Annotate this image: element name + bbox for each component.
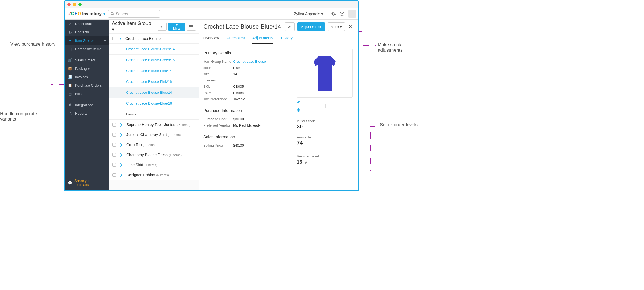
field-row: UOM Pieces [203, 90, 291, 96]
sidebar-item-invoices[interactable]: 🧾Invoices [65, 73, 109, 81]
org-switcher[interactable]: Zylkar Apparels ▾ [294, 12, 323, 16]
chevron-right-icon[interactable]: ❯ [120, 163, 123, 167]
adjust-stock-button[interactable]: Adjust Stock [297, 22, 325, 31]
sidebar-item-sales-orders[interactable]: 🛒Sales Orders [65, 56, 109, 64]
svg-point-0 [111, 12, 113, 15]
group-row[interactable]: ❯ Junior's Chambray Shirt (1 Items) [109, 130, 199, 140]
variant-item[interactable]: Crochet Lace Blouse-Pink/14 [109, 65, 199, 76]
sidebar-item-reports[interactable]: 〽Reports [65, 109, 109, 118]
tab-adjustments[interactable]: Adjustments [252, 34, 273, 44]
checkbox[interactable] [112, 133, 116, 137]
group-row[interactable]: ❯ Soprano Henley Tee - Juniors (5 Items) [109, 120, 199, 130]
annotation-stock-adjust: Make stock adjustments [378, 42, 424, 53]
edit-button[interactable] [285, 22, 295, 31]
annotation-purchase-history: View purchase history [10, 42, 57, 47]
package-icon: 📦 [68, 67, 72, 71]
group-name: Crop Top (1 Items) [126, 143, 156, 147]
invoice-icon: 🧾 [68, 75, 72, 79]
sidebar-item-packages[interactable]: 📦Packages [65, 64, 109, 73]
checkbox[interactable] [112, 143, 116, 147]
checkbox[interactable] [112, 173, 116, 177]
chevron-right-icon[interactable]: ❯ [120, 153, 123, 157]
initial-stock-label: Initial Stock [297, 119, 354, 123]
chevron-right-icon[interactable]: ❯ [120, 123, 123, 127]
brand[interactable]: ZOHO Inventory ▾ [67, 11, 105, 16]
sidebar-item-contacts[interactable]: ◐Contacts [65, 28, 109, 36]
variant-item[interactable]: Crochet Lace Blouse-Blue/16 [109, 98, 199, 109]
checkbox[interactable] [112, 153, 116, 157]
variant-item[interactable]: Crochet Lace Blouse-Pink/16 [109, 76, 199, 87]
help-icon[interactable]: ? [340, 11, 345, 16]
group-row[interactable]: ❯ Chambray Blouse Dress (1 Items) [109, 150, 199, 160]
delete-image-icon[interactable] [297, 108, 354, 112]
sidebar-item-integrations[interactable]: ✱Integrations [65, 101, 109, 109]
zoho-logo: ZOHO [68, 11, 81, 16]
list-view-button[interactable] [187, 23, 196, 31]
purchase-heading: Purchase Information [203, 108, 291, 113]
cart-icon: 🛒 [68, 58, 72, 62]
field-row: color Blue [203, 65, 291, 71]
search-input[interactable]: Search [108, 10, 160, 18]
minimize-dot[interactable] [73, 3, 76, 6]
sidebar-item-dashboard[interactable]: ⌂Dashboard [65, 20, 109, 28]
chevron-right-icon[interactable]: ❯ [120, 143, 123, 147]
dotline [370, 126, 378, 127]
field-label: UOM [203, 91, 233, 95]
tree-view-button[interactable] [158, 23, 167, 31]
group-name: Lace Skirt (1 Items) [126, 163, 157, 167]
variant-item[interactable]: Crochet Lace Blouse-Blue/14 [109, 87, 199, 98]
maximize-dot[interactable] [78, 3, 82, 6]
checkbox[interactable] [112, 37, 116, 40]
chevron-down-icon[interactable]: ▾ [120, 37, 121, 40]
avatar[interactable] [348, 10, 356, 18]
tab-overview[interactable]: Overview [203, 34, 219, 44]
variant-item[interactable]: Crochet Lace Blouse-Green/16 [109, 55, 199, 65]
field-value[interactable]: Crochet Lace Blouse [233, 59, 266, 64]
edit-image-icon[interactable] [297, 100, 354, 104]
group-row[interactable]: ❯ Lace Skirt (1 Items) [109, 160, 199, 170]
group-row[interactable]: ▾ Crochet Lace Blouse [109, 34, 199, 44]
list-title[interactable]: Active Item Group ▾ [112, 21, 154, 32]
feedback-link[interactable]: 💬Share your feedback [65, 175, 109, 190]
field-row: Preferred Vendor Mr. Paul Mcready [203, 122, 291, 128]
group-name: Crochet Lace Blouse [125, 36, 161, 41]
close-dot[interactable] [67, 3, 71, 6]
gear-icon[interactable] [331, 11, 336, 16]
chevron-right-icon[interactable]: ❯ [120, 133, 123, 137]
available-value: 74 [297, 140, 354, 146]
search-icon [111, 12, 114, 15]
sidebar-item-item-groups[interactable]: ✦Item Groups+ [65, 36, 109, 45]
svg-text:?: ? [341, 12, 343, 15]
group-row[interactable]: ❯ Crop Top (1 Items) [109, 140, 199, 150]
brand-app: Inventory [82, 11, 102, 16]
field-value: $30.00 [233, 117, 244, 121]
field-label: Tax Preference [203, 97, 233, 101]
link-icon: ✱ [68, 103, 72, 107]
chevron-right-icon[interactable]: ❯ [120, 173, 123, 177]
field-row: Tax Preference Taxable [203, 96, 291, 102]
close-button[interactable]: ✕ [348, 22, 354, 31]
sidebar-item-composite[interactable]: ◫Composite Items [65, 45, 109, 53]
variant-item[interactable]: Crochet Lace Blouse-Green/14 [109, 44, 199, 55]
edit-reorder-icon[interactable] [304, 160, 308, 164]
tab-purchases[interactable]: Purchases [227, 34, 245, 44]
plus-icon[interactable]: + [104, 39, 106, 43]
user-icon: ◐ [68, 30, 72, 34]
dotline [362, 45, 376, 46]
field-value: Pieces [233, 91, 244, 95]
tab-history[interactable]: History [281, 34, 293, 44]
checkbox[interactable] [112, 163, 116, 167]
primary-heading: Primary Details [203, 51, 291, 55]
reorder-label: Reorder Level [297, 154, 319, 158]
group-row[interactable]: ❯ Designer T-shirts (6 Items) [109, 170, 199, 180]
sidebar-item-purchase-orders[interactable]: 📋Purchase Orders [65, 81, 109, 90]
sidebar-item-bills[interactable]: ▤Bills [65, 90, 109, 98]
more-button[interactable]: More ▾ [328, 22, 345, 31]
chart-icon: 〽 [68, 111, 72, 115]
field-label: size [203, 72, 233, 76]
new-button[interactable]: + New [168, 23, 185, 31]
dotline [362, 31, 362, 45]
variant-item[interactable]: Lanson [109, 109, 199, 120]
checkbox[interactable] [112, 123, 116, 127]
divider [327, 11, 327, 17]
